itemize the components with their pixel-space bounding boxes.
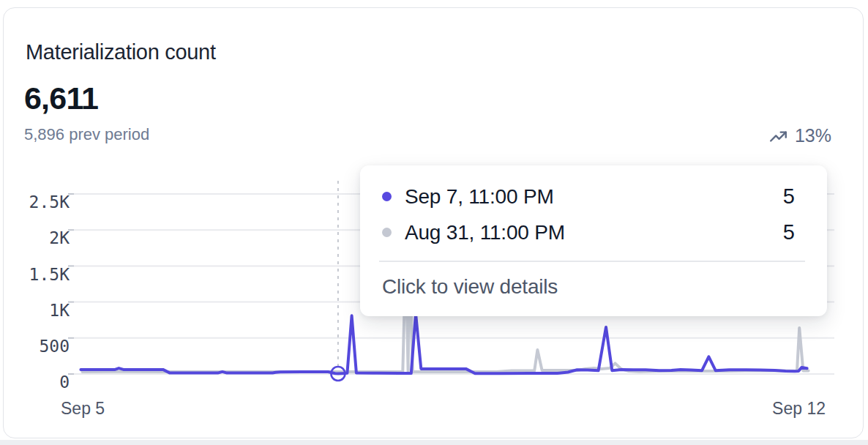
tooltip-row-value: 5	[783, 184, 795, 209]
current-period-dot-icon	[382, 192, 392, 201]
y-axis-tick-label: 2.5K	[4, 192, 70, 212]
tooltip-row-previous: Aug 31, 11:00 PM 5	[382, 214, 795, 250]
y-axis-tick-label: 1K	[4, 300, 70, 321]
x-axis-label-end: Sep 12	[772, 399, 826, 419]
chart-hover-tooltip: Sep 7, 11:00 PM 5 Aug 31, 11:00 PM 5 Cli…	[360, 165, 827, 316]
tooltip-divider	[379, 261, 805, 262]
tooltip-footer-hint[interactable]: Click to view details	[382, 271, 795, 303]
materialization-count-card-page: Materialization count 6,611 5,896 prev p…	[0, 0, 868, 445]
y-axis-tick-label: 0	[4, 372, 70, 392]
y-axis-tick-label: 2K	[4, 228, 70, 248]
y-axis-tick-label: 1.5K	[4, 264, 70, 285]
tooltip-row-value: 5	[783, 220, 795, 244]
y-axis-tick-label: 500	[4, 336, 70, 356]
tooltip-row-current: Sep 7, 11:00 PM 5	[382, 179, 795, 214]
x-axis-label-start: Sep 5	[61, 399, 105, 419]
tooltip-row-label: Sep 7, 11:00 PM	[405, 185, 554, 209]
previous-period-dot-icon	[382, 228, 392, 237]
tooltip-row-label: Aug 31, 11:00 PM	[405, 221, 565, 244]
